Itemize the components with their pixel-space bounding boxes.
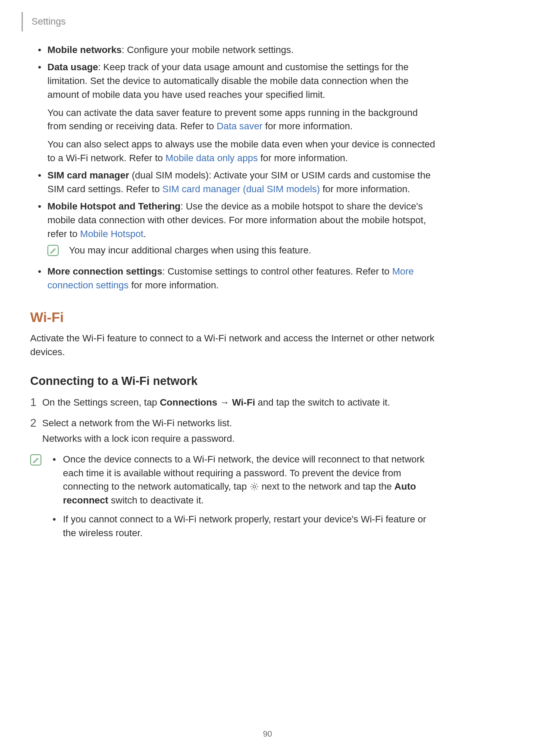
lead-label: Mobile Hotspot and Tethering: [47, 201, 181, 212]
svg-point-0: [253, 485, 255, 488]
wifi-heading: Wi-Fi: [30, 309, 435, 325]
mobile-hotspot-link[interactable]: Mobile Hotspot: [80, 228, 144, 239]
page-content: Mobile networks: Configure your mobile n…: [30, 43, 435, 545]
feature-bullets: Mobile networks: Configure your mobile n…: [30, 43, 435, 292]
lead-label: More connection settings: [47, 266, 162, 277]
text-fragment: : Customise settings to control other fe…: [162, 266, 392, 277]
bullet-sim-card-manager: SIM card manager (dual SIM models): Acti…: [38, 169, 435, 196]
text-fragment: and tap the switch to activate it.: [255, 397, 390, 408]
gear-icon: [250, 482, 259, 491]
data-usage-p3: You can also select apps to always use t…: [47, 137, 435, 165]
text-fragment: for more information.: [128, 280, 219, 291]
header-title: Settings: [31, 16, 66, 27]
note-text: You may incur additional charges when us…: [69, 244, 311, 257]
data-saver-link[interactable]: Data saver: [217, 121, 263, 131]
header-divider: [22, 12, 23, 31]
pencil-note-icon: [32, 456, 39, 463]
connections-label: Connections: [160, 397, 217, 408]
step-number: 1: [30, 396, 42, 409]
text-fragment: Select a network from the Wi-Fi networks…: [42, 418, 232, 428]
text-fragment: If you cannot connect to a Wi-Fi network…: [63, 514, 426, 538]
bullet-data-usage: Data usage: Keep track of your data usag…: [38, 60, 435, 165]
bullet-mobile-networks: Mobile networks: Configure your mobile n…: [38, 43, 435, 57]
step-2: 2 Select a network from the Wi-Fi networ…: [30, 416, 435, 446]
wifi-notes: Once the device connects to a Wi-Fi netw…: [30, 453, 435, 545]
bullet-mobile-hotspot: Mobile Hotspot and Tethering: Use the de…: [38, 200, 435, 257]
note-icon: [47, 245, 59, 256]
text-fragment: for more information.: [263, 121, 353, 131]
step-body: Select a network from the Wi-Fi networks…: [42, 416, 435, 446]
text-fragment: .: [144, 228, 146, 239]
text-fragment: Networks with a lock icon require a pass…: [42, 432, 435, 446]
wifi-note-2: If you cannot connect to a Wi-Fi network…: [50, 512, 435, 540]
lead-label: Data usage: [47, 62, 98, 72]
wifi-note-list: Once the device connects to a Wi-Fi netw…: [50, 453, 435, 545]
hotspot-note: You may incur additional charges when us…: [47, 244, 435, 257]
text-fragment: for more information.: [320, 184, 410, 194]
connecting-heading: Connecting to a Wi-Fi network: [30, 375, 435, 388]
desc-text: : Configure your mobile network settings…: [122, 44, 294, 55]
note-icon: [30, 454, 41, 465]
lead-label: Mobile networks: [47, 44, 122, 55]
step-body: On the Settings screen, tap Connections …: [42, 396, 435, 409]
mobile-data-only-apps-link[interactable]: Mobile data only apps: [166, 153, 258, 163]
sim-card-manager-link[interactable]: SIM card manager (dual SIM models): [163, 184, 320, 194]
pencil-note-icon: [50, 247, 56, 254]
text-fragment: switch to deactivate it.: [108, 495, 203, 506]
step-number: 2: [30, 416, 42, 430]
lead-label: SIM card manager: [47, 170, 129, 181]
text-fragment: for more information.: [258, 153, 348, 163]
data-usage-p2: You can activate the data saver feature …: [47, 106, 435, 134]
arrow-icon: →: [217, 397, 232, 408]
step-1: 1 On the Settings screen, tap Connection…: [30, 396, 435, 409]
desc-text: : Keep track of your data usage amount a…: [47, 62, 409, 100]
wifi-label: Wi-Fi: [232, 397, 255, 408]
bullet-more-connection-settings: More connection settings: Customise sett…: [38, 265, 435, 292]
wifi-intro: Activate the Wi-Fi feature to connect to…: [30, 331, 435, 359]
page-number: 90: [0, 729, 535, 739]
text-fragment: next to the network and tap the: [259, 481, 394, 492]
wifi-note-1: Once the device connects to a Wi-Fi netw…: [50, 453, 435, 508]
page-header: Settings: [22, 13, 66, 30]
text-fragment: On the Settings screen, tap: [42, 397, 160, 408]
